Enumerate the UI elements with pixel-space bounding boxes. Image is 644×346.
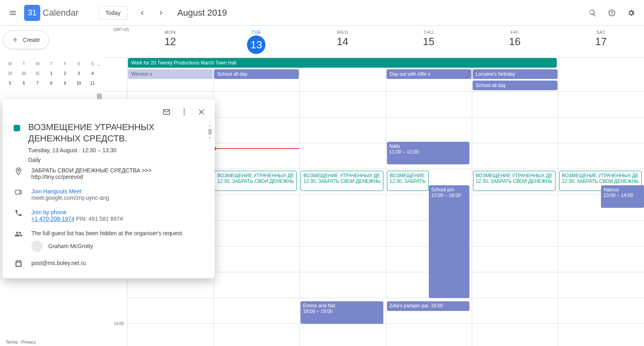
guest-name: Graham McGrotty [48,243,93,249]
guests-hidden-note: The full guest list has been hidden at t… [31,230,183,236]
event-guests-row: The full guest list has been hidden at t… [4,226,213,256]
col-sat[interactable]: ВОЗМЕЩЕНИЕ УТРАЧЕННЫХ ДЕНЕЖНЫХ СРЕДСТВ. … [558,92,644,346]
calendar-icon [14,260,23,268]
day-header-tue[interactable]: TUE13 [213,26,299,57]
prev-week-button[interactable] [132,3,152,23]
chevron-up-icon [208,123,212,128]
svg-point-0 [183,109,185,110]
join-meet-link[interactable]: Join Hangouts Meet [31,188,82,195]
organizer-email: post@ms.boley.net.ru [31,260,86,266]
event-voz-tue[interactable]: ВОЗМЕЩЕНИЕ УТРАЧЕННЫХ ДЕНЕЖНЫХ СРЕДСТВ. … [214,171,297,191]
event-emma[interactable]: Emma and Nat 18:00 – 19:00 [300,301,383,324]
allday-event-winston[interactable]: Winston x [128,69,213,79]
email-guests-button[interactable] [158,104,175,120]
event-voz-thu[interactable]: ВОЗМЕЩЕНИЕ УТРАЧЕННЫХ ДЕНЕЖНЫХ СРЕДСТВ. … [387,171,429,191]
more-vert-icon [180,108,188,116]
allday-event-school-fri[interactable]: School all day [473,81,558,90]
event-voz-fri[interactable]: ВОЗМЕЩЕНИЕ УТРАЧЕННЫХ ДЕНЕЖНЫХ СРЕДСТВ. … [473,171,556,191]
chevron-left-icon [138,9,146,17]
hamburger-icon [9,9,17,17]
day-headers: MON12 TUE13 WED14 THU15 FRI16 SAT17 [103,26,644,58]
event-nails[interactable]: Nails 11:00 – 12:00 [387,142,469,164]
event-haircut[interactable]: Haircut 13:00 – 14:00 [601,185,644,208]
phone-pin: PIN: 491 581 697# [74,215,123,222]
event-location[interactable]: ЗАБРАТЬ СВОИ ДЕНЕЖНЫЕ СРЕДСТВА >>> http:… [31,167,204,180]
event-detail-card: ВОЗМЕЩЕНИЕ УТРАЧЕННЫХ ДЕНЕЖНЫХ СРЕДСТВ. … [2,99,215,278]
col-tue[interactable]: ВОЗМЕЩЕНИЕ УТРАЧЕННЫХ ДЕНЕЖНЫХ СРЕДСТВ. … [213,92,299,346]
app-header: 31 Calendar Today August 2019 [0,0,644,26]
nav-arrows [132,3,171,23]
event-title: ВОЗМЕЩЕНИЕ УТРАЧЕННЫХ ДЕНЕЖНЫХ СРЕДСТВ. [28,122,204,144]
guest-avatar [31,240,43,252]
create-label: Create [23,37,40,43]
day-header-thu[interactable]: THU15 [386,26,472,57]
gear-icon [627,9,635,17]
event-phone-row: Join by phone +1 470-208-1974 PIN: 491 5… [4,205,213,226]
today-button[interactable]: Today [99,6,127,20]
close-icon [198,108,206,116]
help-button[interactable] [602,3,621,23]
search-icon [588,9,597,17]
create-button[interactable]: + Create [3,31,49,49]
event-recurrence: Daily [28,157,204,163]
close-card-button[interactable] [194,104,210,120]
svg-point-1 [183,111,185,112]
allday-event-school-tue[interactable]: School all day [214,69,299,79]
people-icon [14,230,23,238]
help-icon [608,9,616,17]
col-fri[interactable]: ВОЗМЕЩЕНИЕ УТРАЧЕННЫХ ДЕНЕЖНЫХ СРЕДСТВ. … [472,92,558,346]
event-julia[interactable]: Julia's pamper par, 18:00 [387,301,469,311]
event-calendar-row: post@ms.boley.net.ru [4,256,213,272]
mail-icon [163,108,171,116]
meet-url: meet.google.com/zrq-uync-ang [31,195,109,201]
event-voz-wed[interactable]: ВОЗМЕЩЕНИЕ УТРАЧЕННЫХ ДЕНЕЖНЫХ СРЕДСТВ. … [300,171,383,191]
day-header-wed[interactable]: WED14 [299,26,385,57]
card-scrollbar[interactable] [208,123,212,143]
allday-event-work[interactable]: Work for 20 Twenty Productions March Tow… [128,58,557,68]
svg-point-2 [183,114,185,115]
col-wed[interactable]: ВОЗМЕЩЕНИЕ УТРАЧЕННЫХ ДЕНЕЖНЫХ СРЕДСТВ. … [299,92,385,346]
settings-button[interactable] [621,3,641,23]
plus-icon: + [12,35,18,45]
mini-calendar[interactable]: M T W T F S S 29 30 31 1 2 3 4 [3,59,99,88]
chevron-down-icon [208,135,212,140]
timezone-label: GMT+01 [113,27,129,32]
col-thu[interactable]: Nails 11:00 – 12:00 ВОЗМЕЩЕНИЕ УТРАЧЕННЫ… [386,92,472,346]
event-color-swatch [14,125,20,131]
allday-event-lorraine[interactable]: Lorraine's birthday [473,69,558,79]
chevron-up-icon [96,63,101,68]
event-options-button[interactable] [176,104,192,120]
logo-badge: 31 [24,5,40,21]
phone-number-link[interactable]: +1 470-208-1974 [31,215,74,222]
location-icon [14,167,23,175]
phone-icon [14,209,23,217]
video-icon [14,188,23,196]
current-range-label: August 2019 [177,8,227,18]
logo-text: Calendar [43,8,78,18]
allday-section: Work for 20 Twenty Productions March Tow… [103,58,644,92]
day-header-fri[interactable]: FRI16 [472,26,558,57]
event-location-row: ЗАБРАТЬ СВОИ ДЕНЕЖНЫЕ СРЕДСТВА >>> http:… [4,163,213,184]
scroll-thumb[interactable] [208,129,212,135]
day-header-mon[interactable]: MON12 [127,26,213,57]
event-meet-row: Join Hangouts Meet meet.google.com/zrq-u… [4,184,213,205]
event-datetime: Tuesday, 13 August · 12:30 – 13:30 [28,147,204,153]
now-indicator [214,148,299,149]
next-week-button[interactable] [152,3,171,23]
search-button[interactable] [583,3,602,23]
main-menu-button[interactable] [3,3,23,23]
footer-links[interactable]: Terms · Privacy [6,340,36,344]
app-logo: 31 Calendar [24,5,78,21]
event-school-pm[interactable]: School pm 13:00 – 18:00 [429,185,469,298]
day-header-sat[interactable]: SAT17 [558,26,644,57]
join-phone-link[interactable]: Join by phone [31,209,66,215]
chevron-right-icon [157,9,165,17]
allday-event-alfie[interactable]: Day out with Alfie x [387,69,471,79]
